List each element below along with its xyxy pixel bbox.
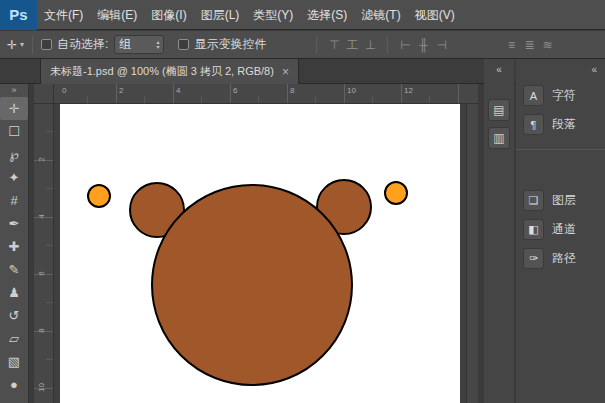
dock-collapse-icon[interactable]: «	[484, 59, 514, 81]
paragraph-panel-button[interactable]: ¶ 段落	[516, 110, 605, 139]
quick-selection-tool[interactable]: ✦	[0, 166, 28, 189]
ruler-number: 10	[347, 86, 356, 95]
divider	[387, 36, 388, 54]
layers-panel-button[interactable]: ❏ 图层	[516, 186, 605, 215]
collapsed-panel-icon-2[interactable]: ▥	[488, 127, 510, 149]
align-horizontal-centers-icon[interactable]: ╫	[414, 31, 432, 59]
document-tab-bar: 未标题-1.psd @ 100% (椭圆 3 拷贝 2, RGB/8) ×	[0, 59, 605, 84]
ruler-number: 6	[233, 86, 237, 95]
document-tab[interactable]: 未标题-1.psd @ 100% (椭圆 3 拷贝 2, RGB/8) ×	[40, 59, 299, 84]
eraser-tool[interactable]: ▱	[0, 327, 28, 350]
auto-select-checkbox[interactable]	[41, 39, 52, 50]
ruler-number: 0	[62, 86, 66, 95]
dropdown-spinner-icon: ▴▾	[156, 40, 159, 50]
toolbar-collapse-icon[interactable]: »	[0, 84, 28, 97]
menu-edit[interactable]: 编辑(E)	[90, 0, 144, 30]
lasso-tool[interactable]: ℘	[0, 143, 28, 166]
vertical-scrollbar[interactable]	[466, 104, 478, 403]
vertical-ruler[interactable]: 2 4 6 8 10	[34, 104, 54, 403]
menu-type[interactable]: 类型(Y)	[246, 0, 300, 30]
crop-tool[interactable]: #	[0, 189, 28, 212]
history-brush-tool[interactable]: ↺	[0, 304, 28, 327]
document-tab-title: 未标题-1.psd @ 100% (椭圆 3 拷贝 2, RGB/8)	[50, 64, 274, 79]
align-top-edges-icon[interactable]: ⊤	[325, 31, 343, 59]
paths-panel-button[interactable]: ✑ 路径	[516, 244, 605, 273]
shape-dot-right[interactable]	[385, 182, 407, 204]
paragraph-panel-icon: ¶	[523, 114, 544, 135]
ruler-number: 8	[37, 324, 46, 337]
show-transform-label: 显示变换控件	[194, 36, 266, 53]
paths-panel-label: 路径	[552, 250, 576, 267]
character-panel-icon: A	[523, 85, 544, 106]
layers-panel-icon: ❏	[523, 190, 544, 211]
menu-file[interactable]: 文件(F)	[37, 0, 90, 30]
align-right-edges-icon[interactable]: ⊣	[432, 31, 450, 59]
menu-filter[interactable]: 滤镜(T)	[354, 0, 407, 30]
character-panel-label: 字符	[552, 87, 576, 104]
dock-collapse-icon[interactable]: «	[516, 59, 605, 81]
paragraph-panel-label: 段落	[552, 116, 576, 133]
horizontal-ruler[interactable]: 0 2 4 6 8 10 12	[54, 84, 478, 104]
align-bottom-edges-icon[interactable]: ⊥	[361, 31, 379, 59]
divider	[32, 36, 33, 54]
ruler-number: 4	[37, 210, 46, 223]
paths-panel-icon: ✑	[523, 248, 544, 269]
auto-select-value: 组	[119, 36, 131, 53]
channels-panel-icon: ◧	[523, 219, 544, 240]
tools-panel: » ✛ ☐ ℘ ✦ # ✒ ✚ ✎ ♟ ↺ ▱ ▧ ●	[0, 84, 29, 403]
menu-image[interactable]: 图像(I)	[144, 0, 193, 30]
divider	[316, 36, 317, 54]
tab-close-icon[interactable]: ×	[282, 65, 289, 79]
ruler-number: 4	[176, 86, 180, 95]
distribute-bottom-edges-icon[interactable]: ≋	[538, 31, 556, 59]
ruler-number: 12	[404, 86, 413, 95]
clone-stamp-tool[interactable]: ♟	[0, 281, 28, 304]
channels-panel-label: 通道	[552, 221, 576, 238]
photoshop-logo: Ps	[0, 0, 37, 30]
align-vertical-centers-icon[interactable]: 工	[343, 31, 361, 59]
eyedropper-tool[interactable]: ✒	[0, 212, 28, 235]
ruler-number: 6	[37, 267, 46, 280]
ruler-number: 2	[119, 86, 123, 95]
tool-options-bar: ✛ ▾ 自动选择: 组 ▴▾ 显示变换控件 ⊤ 工 ⊥ ⊢ ╫ ⊣ ≡ ≣ ≋	[0, 31, 605, 59]
auto-select-dropdown[interactable]: 组 ▴▾	[114, 35, 164, 54]
ruler-number: 10	[37, 381, 46, 394]
character-panel-button[interactable]: A 字符	[516, 81, 605, 110]
align-left-edges-icon[interactable]: ⊢	[396, 31, 414, 59]
collapsed-panel-icon-1[interactable]: ▤	[488, 99, 510, 121]
channels-panel-button[interactable]: ◧ 通道	[516, 215, 605, 244]
auto-select-label: 自动选择:	[57, 36, 108, 53]
chevron-down-icon: ▾	[20, 40, 24, 49]
blur-tool[interactable]: ●	[0, 373, 28, 396]
tool-preset-picker[interactable]: ✛ ▾	[7, 38, 24, 52]
panel-dock: « A 字符 ¶ 段落 ❏ 图层 ◧ 通道 ✑ 路径	[516, 59, 605, 403]
ruler-origin-corner[interactable]	[34, 84, 54, 104]
show-transform-checkbox[interactable]	[178, 39, 189, 50]
menu-view[interactable]: 视图(V)	[408, 0, 462, 30]
collapsed-panel-dock: « ▤ ▥	[484, 59, 514, 403]
menu-bar: Ps 文件(F) 编辑(E) 图像(I) 图层(L) 类型(Y) 选择(S) 滤…	[0, 0, 605, 30]
distribute-vertical-centers-icon[interactable]: ≣	[520, 31, 538, 59]
menu-select[interactable]: 选择(S)	[300, 0, 354, 30]
rectangular-marquee-tool[interactable]: ☐	[0, 120, 28, 143]
distribute-top-edges-icon[interactable]: ≡	[502, 31, 520, 59]
spot-healing-brush-tool[interactable]: ✚	[0, 235, 28, 258]
canvas-shapes	[60, 104, 460, 403]
canvas[interactable]	[60, 104, 460, 403]
ruler-number: 2	[37, 153, 46, 166]
menu-layer[interactable]: 图层(L)	[194, 0, 247, 30]
shape-head[interactable]	[152, 185, 352, 385]
layers-panel-label: 图层	[552, 192, 576, 209]
document-window: 0 2 4 6 8 10 12 2 4 6 8 10	[34, 84, 478, 403]
shape-dot-left[interactable]	[88, 185, 110, 207]
dock-divider	[516, 149, 605, 150]
ruler-number: 8	[290, 86, 294, 95]
gradient-tool[interactable]: ▧	[0, 350, 28, 373]
move-tool-preset-icon: ✛	[7, 38, 17, 52]
brush-tool[interactable]: ✎	[0, 258, 28, 281]
move-tool[interactable]: ✛	[0, 97, 28, 120]
